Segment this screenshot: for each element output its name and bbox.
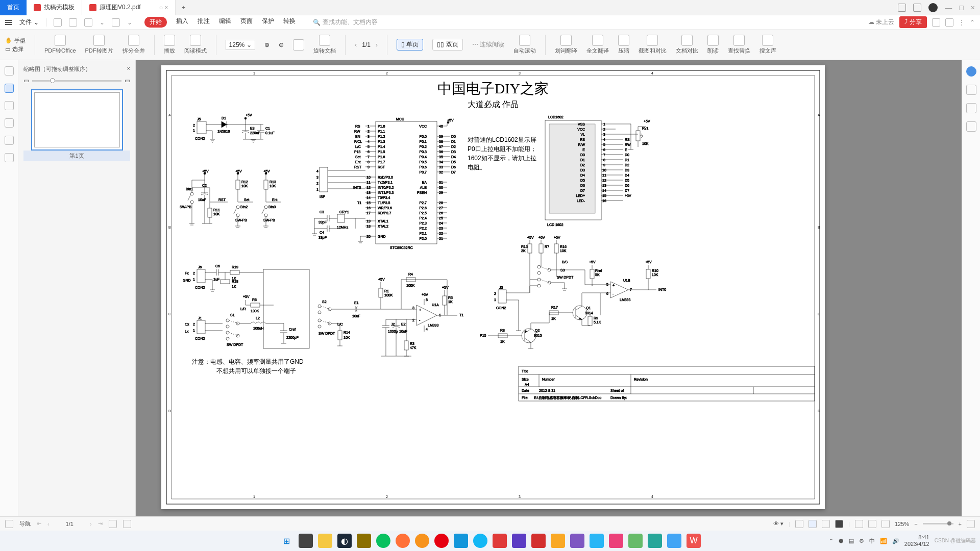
tray-icon2[interactable]: ▤	[849, 538, 854, 544]
save-icon[interactable]	[69, 18, 77, 27]
fit2-icon[interactable]	[868, 520, 876, 528]
fit3-icon[interactable]	[881, 520, 890, 528]
cloud-status[interactable]: ☁ 未上云	[868, 18, 894, 27]
select-tool[interactable]: ▭ 选择	[5, 45, 26, 53]
task-app7[interactable]	[531, 534, 546, 548]
task-app4[interactable]	[434, 534, 449, 548]
view3-icon[interactable]	[822, 520, 830, 528]
more-icon[interactable]: ⋮	[959, 19, 965, 26]
expand-icon[interactable]	[123, 520, 131, 528]
task-app11[interactable]	[609, 534, 623, 548]
tool1-icon[interactable]	[966, 85, 976, 95]
tab-document[interactable]: 原理图V0.2.pdf○ ×	[82, 0, 176, 15]
task-app13[interactable]	[648, 534, 662, 548]
prev-page[interactable]: ‹	[47, 521, 50, 527]
tray-chevron[interactable]: ⌃	[829, 538, 834, 544]
screenshot-compare[interactable]: 截图和对比	[639, 35, 667, 55]
close-window-icon[interactable]: ×	[971, 4, 975, 12]
file-menu[interactable]: 文件 ⌄	[19, 18, 39, 27]
last-page[interactable]: ⇥	[98, 520, 103, 527]
collapse-ribbon-icon[interactable]: ⌃	[970, 19, 975, 26]
share-button[interactable]: ⤴ 分享	[899, 16, 927, 28]
undo-icon[interactable]	[112, 18, 120, 27]
assistant-icon[interactable]	[966, 66, 976, 77]
pdf-to-image[interactable]: PDF转图片	[85, 35, 113, 55]
thumb-size-slider[interactable]: ▭▭	[23, 77, 130, 84]
task-explorer[interactable]	[318, 534, 332, 548]
task-app8[interactable]	[551, 534, 565, 548]
search-docs[interactable]: 搜文库	[760, 35, 776, 55]
signature-icon[interactable]	[5, 136, 14, 145]
tab-edit[interactable]: 编辑	[219, 17, 231, 28]
read-aloud[interactable]: 朗读	[707, 35, 719, 55]
close-panel-icon[interactable]: ×	[127, 65, 130, 73]
task-qq[interactable]	[473, 534, 487, 548]
play-view-icon[interactable]	[835, 520, 843, 528]
view2-icon[interactable]	[808, 520, 817, 528]
tab-insert[interactable]: 插入	[176, 17, 188, 28]
fullscreen-icon[interactable]	[967, 520, 975, 528]
open-icon[interactable]	[54, 18, 62, 27]
tray-volume[interactable]: 🔊	[892, 538, 899, 544]
zoom-out-icon[interactable]: ⊖	[279, 41, 284, 48]
sidebar-toggle-icon[interactable]	[5, 520, 13, 528]
pdf-to-office[interactable]: PDF转Office	[44, 35, 76, 55]
tray-wifi[interactable]: 📶	[880, 538, 887, 544]
comment-icon[interactable]	[5, 101, 14, 110]
auto-scroll[interactable]: 自动滚动	[513, 35, 536, 55]
task-app6[interactable]	[512, 534, 526, 548]
start-icon[interactable]: ⊞	[279, 534, 293, 548]
tab-home[interactable]: 首页	[0, 0, 27, 15]
minimize-icon[interactable]: —	[945, 4, 952, 12]
page-thumbnail-1[interactable]	[31, 89, 123, 151]
tab-templates[interactable]: 找稿壳模板	[27, 0, 82, 15]
zoom-slider[interactable]	[923, 523, 953, 524]
task-app9[interactable]	[570, 534, 584, 548]
read-mode[interactable]: 阅读模式	[184, 35, 207, 55]
task-app12[interactable]	[628, 534, 643, 548]
search-box[interactable]: 🔍 查找功能、文档内容	[313, 18, 378, 27]
maximize-icon[interactable]: □	[959, 4, 963, 12]
next-page[interactable]: ›	[90, 521, 92, 527]
layers-icon[interactable]	[5, 153, 14, 162]
close-icon[interactable]: ○ ×	[159, 4, 168, 11]
task-app15[interactable]: W	[687, 534, 701, 548]
document-canvas[interactable]: ABCD ABCD 1234 1234 中国电子DIY之家 大道必成 作品 J5…	[136, 60, 962, 516]
clock[interactable]: 8:412023/4/12	[904, 534, 929, 547]
avatar[interactable]	[928, 3, 938, 12]
print-icon[interactable]	[84, 18, 92, 27]
tool2-icon[interactable]	[966, 103, 976, 113]
task-firefox[interactable]	[396, 534, 410, 548]
tab-annotate[interactable]: 批注	[198, 17, 210, 28]
tray-icon1[interactable]: ⬢	[839, 538, 844, 544]
single-page[interactable]: ▯ 单页	[397, 39, 423, 51]
task-app14[interactable]	[667, 534, 681, 548]
tab-start[interactable]: 开始	[144, 17, 167, 28]
attachment-icon[interactable]	[5, 118, 14, 128]
grid-icon[interactable]	[913, 4, 921, 12]
gear-icon[interactable]	[932, 18, 940, 27]
tool3-icon[interactable]	[966, 121, 976, 132]
view1-icon[interactable]	[795, 520, 803, 528]
zoom-out[interactable]: −	[914, 521, 917, 527]
double-page[interactable]: ▯▯ 双页	[432, 39, 462, 51]
continuous-read[interactable]: ⋯ 连续阅读	[472, 40, 504, 49]
zoom-in-icon[interactable]: ⊕	[264, 41, 270, 48]
task-app2[interactable]	[357, 534, 371, 548]
play-button[interactable]: 播放	[164, 35, 175, 55]
tab-page[interactable]: 页面	[240, 17, 253, 28]
thumbnail-icon[interactable]	[5, 84, 14, 93]
fit-width[interactable]	[293, 39, 304, 51]
collapse-icon[interactable]	[109, 520, 117, 528]
zoom-in[interactable]: +	[959, 521, 962, 527]
word-translate[interactable]: 划词翻译	[555, 35, 577, 55]
doc-compare[interactable]: 文档对比	[676, 35, 698, 55]
task-app1[interactable]	[299, 534, 313, 548]
fit1-icon[interactable]	[855, 520, 863, 528]
new-tab-button[interactable]: +	[176, 4, 191, 11]
task-app10[interactable]	[590, 534, 604, 548]
task-wechat[interactable]	[376, 534, 390, 548]
bookmark-icon[interactable]	[5, 66, 14, 76]
tray-icon3[interactable]: ⚙	[859, 538, 864, 544]
hamburger-icon[interactable]	[5, 20, 12, 25]
